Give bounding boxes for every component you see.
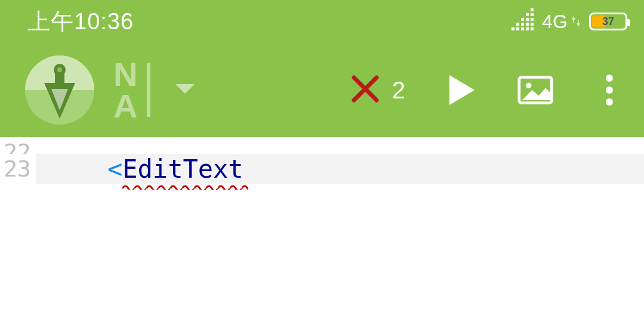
app-logo-icon[interactable] xyxy=(24,54,95,126)
image-button[interactable] xyxy=(517,72,553,108)
app-bar: N A 2 xyxy=(0,43,644,137)
status-right: 4G 37 xyxy=(511,0,627,43)
battery-percent: 37 xyxy=(591,16,625,28)
token-bracket: < xyxy=(107,154,122,184)
status-bar: 上午10:36 4G 37 xyxy=(0,0,644,43)
error-count: 2 xyxy=(392,77,405,104)
line-number: 22 xyxy=(4,139,31,154)
file-title[interactable]: N A xyxy=(113,58,149,122)
signal-icon xyxy=(511,13,534,30)
battery-icon: 37 xyxy=(589,13,627,30)
error-x-icon xyxy=(350,74,380,106)
dropdown-caret-icon[interactable] xyxy=(174,82,196,98)
token-tag: EditText xyxy=(122,154,243,184)
overflow-menu-button[interactable] xyxy=(591,72,627,108)
gutter: 22 23 xyxy=(0,137,36,328)
run-button[interactable] xyxy=(443,72,479,108)
title-divider xyxy=(147,63,150,117)
svg-point-2 xyxy=(57,67,62,72)
line-number: 23 xyxy=(4,156,31,182)
network-label: 4G xyxy=(542,11,581,33)
svg-point-6 xyxy=(606,86,613,94)
toolbar: 2 xyxy=(350,72,627,108)
svg-point-7 xyxy=(606,98,613,106)
svg-point-4 xyxy=(526,83,531,88)
errors-button[interactable]: 2 xyxy=(350,74,405,106)
status-time: 上午10:36 xyxy=(27,7,134,37)
code-editor[interactable]: 22 23 <EditText xyxy=(0,137,644,328)
code-line[interactable]: <EditText xyxy=(36,154,644,184)
data-arrows-icon xyxy=(571,15,581,28)
svg-point-5 xyxy=(606,75,613,82)
code-line[interactable] xyxy=(36,137,644,154)
